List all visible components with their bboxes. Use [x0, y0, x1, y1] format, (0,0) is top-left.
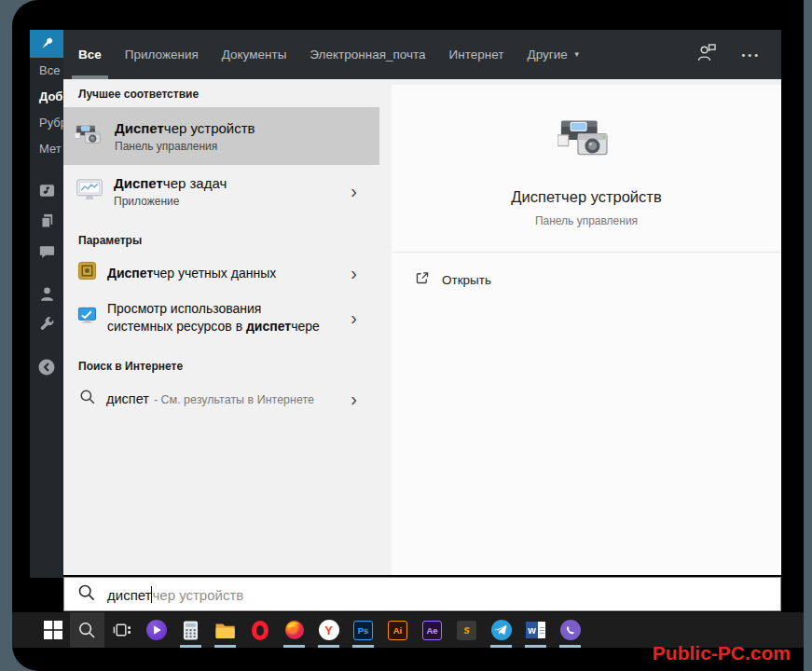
tab-email-label: Электронная_почта	[310, 48, 425, 62]
taskbar-after-effects[interactable]: Ae	[415, 612, 449, 648]
taskbar-telegram[interactable]	[484, 612, 518, 648]
chevron-down-icon: ▼	[573, 50, 581, 59]
device-manager-large-icon	[392, 111, 781, 168]
sublime-text-icon: s	[457, 621, 476, 640]
best-match-header: Лучшее соответствие	[63, 79, 392, 107]
chevron-right-icon[interactable]: ›	[351, 307, 357, 328]
photoshop-icon: Ps	[353, 621, 373, 640]
tab-documents-label: Документы	[222, 48, 287, 62]
search-filter-bar: Все Приложения Документы Электронная_поч…	[63, 30, 781, 79]
sidebar-item-tags[interactable]: Мет	[30, 136, 63, 162]
taskbar-photoshop[interactable]: Ps	[346, 612, 380, 648]
wp-tools-icon[interactable]	[30, 309, 63, 340]
running-indicator	[352, 645, 374, 648]
tab-all-label: Все	[78, 48, 102, 62]
results-panel: Лучшее соответствие	[63, 79, 392, 575]
result-web-search[interactable]: диспет- См. результаты в Интернете ›	[63, 379, 379, 418]
wp-users-icon[interactable]	[30, 279, 63, 309]
chevron-right-icon[interactable]: ›	[351, 181, 357, 202]
taskbar-yandex-browser[interactable]: Y	[311, 612, 346, 648]
wp-posts-pin-icon[interactable]	[30, 30, 63, 58]
result-title: Просмотр использования системных ресурсо…	[107, 300, 320, 336]
more-options-icon[interactable]: •••	[741, 49, 761, 61]
search-input[interactable]: диспетчер устройств	[63, 577, 781, 611]
result-credential-manager[interactable]: Диспетчер учетных данных ›	[63, 253, 379, 292]
sidebar-item-all-posts[interactable]: Все	[30, 58, 63, 84]
opera-icon	[252, 621, 268, 640]
desktop-screen: Все Доб Рубр Мет	[0, 0, 812, 671]
preview-title: Диспетчер устройств	[392, 188, 781, 206]
wp-pages-icon[interactable]	[30, 206, 63, 237]
tab-more[interactable]: Другие ▼	[527, 30, 580, 79]
search-results-area: Лучшее соответствие	[63, 79, 781, 575]
open-action[interactable]: Открыть	[414, 270, 781, 289]
result-subtitle: Панель управления	[115, 140, 255, 153]
taskbar-calculator[interactable]	[173, 612, 208, 648]
credential-manager-icon	[77, 261, 97, 284]
taskbar-alice[interactable]	[139, 612, 173, 648]
tab-email[interactable]: Электронная_почта	[310, 30, 425, 79]
tab-web[interactable]: Интернет	[449, 30, 504, 79]
tab-more-label: Другие	[527, 48, 567, 62]
calculator-icon	[183, 621, 199, 640]
taskbar-opera[interactable]	[242, 612, 277, 648]
search-icon	[77, 583, 96, 606]
tab-all[interactable]: Все	[78, 30, 102, 79]
resource-monitor-icon	[77, 306, 97, 329]
running-indicator	[559, 645, 581, 648]
chevron-right-icon[interactable]: ›	[351, 262, 357, 283]
task-view-button[interactable]	[104, 612, 139, 648]
sidebar-item-categories[interactable]: Рубр	[30, 110, 63, 136]
window-background: Все Доб Рубр Мет	[12, 0, 804, 671]
tab-apps[interactable]: Приложения	[125, 30, 199, 79]
sidebar-item-add-new[interactable]: Доб	[30, 84, 63, 110]
tab-apps-label: Приложения	[125, 48, 199, 62]
start-button[interactable]	[35, 612, 70, 648]
firefox-icon	[284, 620, 305, 640]
preview-panel: Диспетчер устройств Панель управления От…	[392, 79, 781, 575]
user-account-icon[interactable]	[696, 43, 717, 66]
taskbar-illustrator[interactable]: Ai	[380, 612, 415, 648]
taskbar-sublime-text[interactable]: s	[449, 612, 484, 648]
search-icon	[79, 389, 96, 409]
alice-assistant-icon	[146, 620, 167, 640]
web-search-header: Поиск в Интернете	[63, 343, 392, 379]
pushpin-icon	[38, 35, 55, 52]
task-view-icon	[112, 621, 131, 639]
viber-icon	[560, 620, 581, 640]
site-watermark: Public-PC.com	[653, 642, 791, 664]
result-subtitle: Приложение	[114, 195, 227, 208]
taskbar-viber[interactable]	[553, 612, 587, 648]
device-manager-icon	[75, 120, 104, 152]
word-icon: w	[526, 622, 545, 638]
folder-icon	[214, 622, 236, 639]
running-indicator	[283, 645, 305, 648]
web-hint: - См. результаты в Интернете	[154, 393, 314, 406]
wp-comments-icon[interactable]	[30, 237, 63, 267]
chevron-right-icon[interactable]: ›	[351, 388, 357, 409]
result-task-manager[interactable]: Диспетчер задач Приложение ›	[63, 165, 379, 217]
taskbar-firefox[interactable]	[277, 612, 311, 648]
tab-web-label: Интернет	[449, 48, 504, 62]
running-indicator	[490, 645, 512, 648]
taskbar-search-button[interactable]	[70, 612, 104, 648]
running-indicator	[214, 645, 236, 648]
result-device-manager[interactable]: Диспетчер устройств Панель управления	[63, 107, 379, 165]
taskbar-file-explorer[interactable]	[208, 612, 242, 648]
taskbar-word[interactable]: w	[518, 612, 553, 648]
windows-logo-icon	[44, 621, 62, 639]
open-label: Открыть	[442, 273, 491, 287]
search-typed-text: диспет	[107, 587, 151, 603]
result-title: Диспетчер учетных данных	[107, 266, 276, 281]
preview-subtitle: Панель управления	[392, 214, 781, 227]
divider	[392, 252, 781, 253]
wp-collapse-menu-icon[interactable]	[30, 351, 63, 382]
running-indicator	[180, 645, 201, 648]
after-effects-icon: Ae	[422, 621, 442, 640]
result-title: Диспетчер задач	[114, 175, 227, 191]
wp-media-icon[interactable]	[30, 175, 63, 206]
result-resource-monitor[interactable]: Просмотр использования системных ресурсо…	[63, 292, 379, 343]
tab-documents[interactable]: Документы	[222, 30, 287, 79]
telegram-icon	[491, 620, 512, 640]
search-icon	[77, 621, 97, 640]
